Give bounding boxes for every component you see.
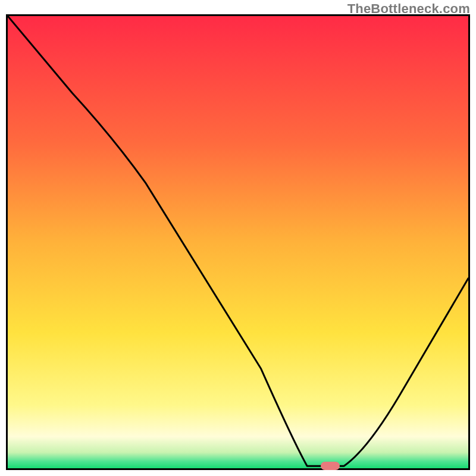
optimal-marker — [321, 462, 340, 470]
bottleneck-curve — [8, 16, 468, 468]
chart-frame — [6, 14, 470, 470]
